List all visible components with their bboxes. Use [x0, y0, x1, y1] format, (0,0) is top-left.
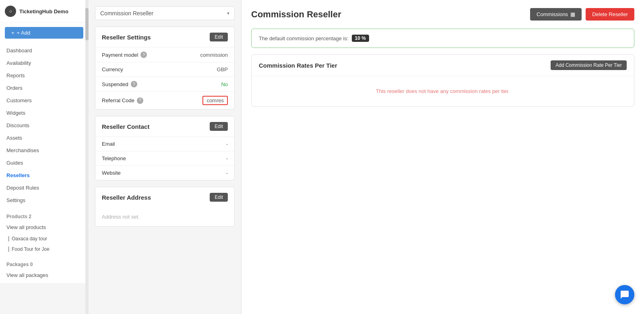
settings-card-title: Reseller Settings: [102, 34, 151, 41]
page-title: Commission Reseller: [251, 9, 341, 20]
info-icon[interactable]: ?: [131, 81, 137, 87]
info-banner: The default commission percentage is: 10…: [251, 29, 634, 48]
referral-code-row: Referral Code ? comres: [95, 91, 234, 109]
delete-reseller-button[interactable]: Delete Reseller: [586, 8, 634, 21]
address-card-header: Reseller Address Edit: [95, 187, 234, 207]
contact-card-title: Reseller Contact: [102, 123, 149, 130]
table-icon: ▦: [570, 11, 575, 17]
suspended-value: No: [221, 81, 228, 87]
tier-card-title: Commission Rates Per Tier: [259, 62, 337, 69]
address-edit-button[interactable]: Edit: [210, 193, 228, 202]
sidebar-item-deposit-rules[interactable]: Deposit Rules: [0, 182, 88, 194]
app-name: TicketingHub Demo: [19, 8, 68, 14]
packages-section-header: Packages 0: [0, 258, 88, 269]
sidebar-item-reports[interactable]: Reports: [0, 69, 88, 82]
referral-code-label: Referral Code ?: [102, 97, 143, 104]
sidebar-item-discounts[interactable]: Discounts: [0, 119, 88, 132]
sidebar-nav: Dashboard Availability Reports Orders Cu…: [0, 43, 88, 283]
contact-edit-button[interactable]: Edit: [210, 122, 228, 131]
payment-model-row: Payment model ? commission: [95, 47, 234, 62]
chat-icon: [620, 290, 630, 300]
add-commission-rate-button[interactable]: Add Commission Rate Per Tier: [551, 60, 627, 70]
currency-row: Currency GBP: [95, 62, 234, 76]
product-item-2[interactable]: Food Tour for Joe: [0, 244, 88, 254]
website-value: -: [226, 170, 228, 176]
payment-model-label: Payment model ?: [102, 52, 147, 58]
website-label: Website: [102, 170, 121, 176]
address-card-title: Reseller Address: [102, 194, 151, 201]
chevron-down-icon: ▾: [227, 10, 229, 16]
contact-card-header: Reseller Contact Edit: [95, 116, 234, 136]
suspended-row: Suspended ? No: [95, 76, 234, 91]
suspended-label: Suspended ?: [102, 81, 137, 87]
bar-icon: [8, 246, 9, 252]
avatar: ○: [5, 6, 16, 17]
product-item-1[interactable]: Oaxaca day tour: [0, 233, 88, 244]
products-section-header: Products 2: [0, 210, 88, 221]
view-all-packages[interactable]: View all packages: [0, 269, 88, 281]
address-placeholder: Address not set.: [95, 207, 234, 226]
info-icon[interactable]: ?: [137, 97, 143, 104]
telephone-row: Telephone -: [95, 151, 234, 165]
sidebar-item-resellers[interactable]: Resellers: [0, 169, 88, 182]
sidebar-item-orders[interactable]: Orders: [0, 82, 88, 94]
email-value: -: [226, 141, 228, 147]
settings-card-header: Reseller Settings Edit: [95, 27, 234, 47]
currency-label: Currency: [102, 66, 123, 72]
add-button[interactable]: + + Add: [5, 27, 83, 39]
settings-edit-button[interactable]: Edit: [210, 33, 228, 41]
sidebar-header: ○ TicketingHub Demo: [0, 0, 88, 23]
sidebar-item-settings[interactable]: Settings: [0, 194, 88, 207]
reseller-dropdown[interactable]: Commission Reseller ▾: [95, 6, 235, 20]
scrollbar-thumb[interactable]: [85, 8, 89, 40]
currency-value: GBP: [217, 66, 228, 72]
referral-code-value: comres: [202, 96, 228, 105]
right-actions: Commissions ▦ Delete Reseller: [530, 8, 634, 21]
sidebar-item-merchandises[interactable]: Merchandises: [0, 144, 88, 157]
sidebar-item-dashboard[interactable]: Dashboard: [0, 44, 88, 57]
view-all-products[interactable]: View all products: [0, 221, 88, 233]
reseller-settings-card: Reseller Settings Edit Payment model ? c…: [95, 27, 235, 109]
plus-icon: +: [11, 30, 14, 36]
tier-empty-message: This reseller does not have any commissi…: [252, 76, 634, 106]
sidebar-item-widgets[interactable]: Widgets: [0, 107, 88, 119]
telephone-value: -: [226, 155, 228, 161]
tier-card-header: Commission Rates Per Tier Add Commission…: [252, 55, 634, 76]
sidebar-item-availability[interactable]: Availability: [0, 57, 88, 69]
tier-card: Commission Rates Per Tier Add Commission…: [251, 54, 634, 107]
chat-fab-button[interactable]: [615, 285, 634, 304]
commission-percentage: 10 %: [352, 35, 369, 42]
website-row: Website -: [95, 165, 234, 180]
telephone-label: Telephone: [102, 155, 126, 161]
payment-model-value: commission: [200, 52, 228, 58]
right-panel: Commission Reseller Commissions ▦ Delete…: [242, 0, 644, 314]
reseller-contact-card: Reseller Contact Edit Email - Telephone …: [95, 116, 235, 180]
middle-panel: Commission Reseller ▾ Reseller Settings …: [89, 0, 242, 314]
right-header: Commission Reseller Commissions ▦ Delete…: [251, 8, 634, 21]
info-icon[interactable]: ?: [140, 52, 147, 58]
sidebar-item-assets[interactable]: Assets: [0, 132, 88, 144]
scrollbar-track[interactable]: [85, 0, 89, 314]
bar-icon: [8, 236, 9, 242]
reseller-address-card: Reseller Address Edit Address not set.: [95, 187, 235, 227]
sidebar-item-guides[interactable]: Guides: [0, 157, 88, 169]
sidebar-item-customers[interactable]: Customers: [0, 94, 88, 107]
commissions-button[interactable]: Commissions ▦: [530, 8, 582, 21]
email-row: Email -: [95, 136, 234, 151]
email-label: Email: [102, 141, 115, 147]
